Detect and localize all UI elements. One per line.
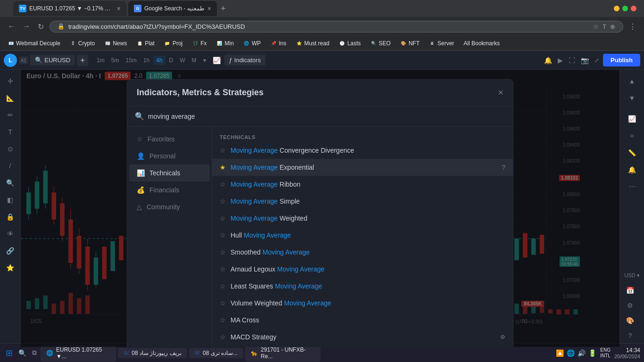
- star-wma[interactable]: ☆: [220, 214, 226, 222]
- tray-up-icon[interactable]: 🔼: [556, 349, 564, 357]
- crosshair-tool[interactable]: ✛: [3, 74, 18, 89]
- sidebar-cat-favorites[interactable]: ☆ Favorites: [129, 131, 210, 148]
- result-macd-strategy[interactable]: ☆ MACD Strategy ⚙: [212, 329, 513, 346]
- result-ribbon[interactable]: ☆ Moving Average Ribbon: [212, 176, 513, 193]
- magnet-tool[interactable]: 🔗: [3, 243, 18, 258]
- bell-right-icon[interactable]: 🔔: [625, 162, 640, 177]
- star-macross[interactable]: ☆: [220, 316, 226, 324]
- chart-up-icon[interactable]: 📈: [625, 111, 640, 126]
- tf-15m[interactable]: 15m: [123, 56, 140, 65]
- add-symbol-button[interactable]: +: [77, 55, 88, 66]
- bookmark-seo[interactable]: 🔍 SEO: [366, 39, 394, 48]
- ruler-right-icon[interactable]: 📏: [625, 145, 640, 160]
- result-wma[interactable]: ☆ Moving Average Weighted: [212, 210, 513, 227]
- bookmark-wp[interactable]: 🌐 WP: [239, 39, 264, 48]
- tf-D[interactable]: D: [166, 56, 176, 65]
- sidebar-cat-personal[interactable]: 👤 Personal: [129, 148, 210, 165]
- tray-volume-icon[interactable]: 🔊: [578, 349, 586, 357]
- bookmark-allbookmarks[interactable]: All Bookmarks: [460, 39, 504, 48]
- bookmark-mustread[interactable]: ⭐ Must read: [292, 39, 333, 48]
- tf-more[interactable]: ▾: [200, 56, 209, 65]
- address-text[interactable]: tradingview.com/chart/abao7tZU/?symbol=F…: [68, 23, 589, 30]
- draw-tool[interactable]: 📐: [3, 90, 18, 106]
- star-ema[interactable]: ★: [220, 164, 226, 171]
- tray-battery-icon[interactable]: 🔋: [588, 349, 596, 357]
- star-ribbon[interactable]: ☆: [220, 181, 226, 188]
- address-bar[interactable]: 🔒 tradingview.com/chart/abao7tZU/?symbol…: [50, 21, 623, 33]
- compare-icon[interactable]: ≈: [625, 128, 640, 143]
- extensions-button[interactable]: ⋮: [627, 20, 638, 33]
- calendar-icon[interactable]: 📅: [622, 283, 637, 298]
- new-tab-button[interactable]: +: [219, 4, 228, 14]
- tf-4h[interactable]: 4h: [153, 56, 165, 65]
- eye-tool[interactable]: 👁: [3, 226, 18, 241]
- result-lsma[interactable]: ☆ Least Squares Moving Average: [212, 278, 513, 295]
- taskbar-search[interactable]: 🔍: [17, 347, 28, 359]
- result-ema[interactable]: ★ Moving Average Exponential ?: [212, 159, 513, 176]
- bookmark-news[interactable]: 📰 News: [100, 39, 131, 48]
- more-right-icon[interactable]: ⋯: [625, 179, 640, 194]
- tab-close-tv[interactable]: ×: [117, 5, 121, 12]
- result-macross[interactable]: ☆ MA Cross: [212, 312, 513, 329]
- text-tool[interactable]: T: [3, 124, 18, 140]
- bookmark-ins[interactable]: 📌 Ins: [266, 39, 290, 48]
- nav-down-icon[interactable]: ▼: [625, 90, 640, 106]
- star-tool[interactable]: ⭐: [3, 260, 18, 275]
- bookmark-plat[interactable]: 📋 Plat: [132, 39, 158, 48]
- bookmark-proj[interactable]: 📁 Proj: [160, 39, 186, 48]
- line-tool[interactable]: /: [3, 158, 18, 173]
- paint-icon[interactable]: 🎨: [622, 313, 637, 328]
- star-alma[interactable]: ☆: [220, 265, 226, 273]
- indicators-button[interactable]: ƒ Indicators: [224, 55, 266, 66]
- help-ema[interactable]: ?: [502, 164, 505, 171]
- forward-button[interactable]: →: [21, 20, 32, 33]
- lock-tool[interactable]: 🔒: [3, 209, 18, 224]
- star-macd[interactable]: ☆: [220, 147, 226, 154]
- bookmark-min[interactable]: 📊 Min: [213, 39, 238, 48]
- fullscreen-button[interactable]: ⛶: [567, 55, 577, 66]
- result-vwma[interactable]: ☆ Volume Weighted Moving Average: [212, 295, 513, 312]
- taskbar-taskview[interactable]: ⧉: [30, 347, 39, 359]
- user-avatar[interactable]: L: [4, 54, 17, 67]
- tray-network-icon[interactable]: 🌐: [567, 349, 575, 357]
- circle-tool[interactable]: ⊙: [3, 141, 18, 156]
- bookmark-lasts[interactable]: 🕐 Lasts: [335, 39, 365, 48]
- sidebar-cat-technicals[interactable]: 📊 Technicals: [129, 165, 210, 181]
- start-button[interactable]: ⊞: [4, 346, 15, 360]
- indicator-search-input[interactable]: [148, 113, 505, 120]
- tab-close-google[interactable]: ×: [207, 5, 211, 12]
- layers-tool[interactable]: ◧: [3, 192, 18, 207]
- close-button[interactable]: [631, 6, 636, 11]
- sidebar-cat-financials[interactable]: 💰 Financials: [129, 181, 210, 198]
- tf-M[interactable]: M: [189, 56, 199, 65]
- bookmark-fx[interactable]: 💱 Fx: [188, 39, 210, 48]
- tf-1m[interactable]: 1m: [94, 56, 107, 65]
- zoom-tool[interactable]: 🔍: [3, 175, 18, 190]
- alert-button[interactable]: 🔔: [542, 55, 554, 66]
- settings-cog-icon[interactable]: ⚙: [622, 298, 637, 313]
- star-macd-strategy[interactable]: ☆: [220, 333, 226, 341]
- star-sma[interactable]: ☆: [220, 197, 226, 205]
- bookmark-server[interactable]: 🖥 Server: [425, 39, 458, 48]
- star-icon[interactable]: ☆: [593, 23, 599, 30]
- result-alma[interactable]: ☆ Arnaud Legoux Moving Average: [212, 261, 513, 278]
- minimize-button[interactable]: [614, 6, 619, 11]
- currency-dropdown[interactable]: USD ▾: [622, 268, 641, 283]
- bookmark-crypto[interactable]: ₿ Crypto: [66, 39, 99, 48]
- star-vwma[interactable]: ☆: [220, 299, 226, 307]
- refresh-button[interactable]: ↻: [36, 20, 46, 33]
- symbol-search-button[interactable]: 🔍 EURUSD: [30, 55, 75, 66]
- star-hma[interactable]: ☆: [220, 231, 226, 239]
- sidebar-cat-community[interactable]: △ Community: [129, 198, 210, 215]
- tab-tradingview[interactable]: TV EURUSD 1.07265 ▼ −0.17% EM... ×: [13, 1, 126, 16]
- result-hma[interactable]: ☆ Hull Moving Average: [212, 227, 513, 244]
- help-right-icon[interactable]: ?: [622, 328, 637, 343]
- pencil-tool[interactable]: ✏: [3, 107, 18, 123]
- result-sma[interactable]: ☆ Moving Average Simple: [212, 193, 513, 210]
- result-smma[interactable]: ☆ Smoothed Moving Average: [212, 244, 513, 261]
- publish-button[interactable]: Publish: [603, 54, 640, 66]
- extensions-icon[interactable]: ⊕: [610, 23, 615, 30]
- back-button[interactable]: ←: [6, 20, 17, 33]
- maximize-button[interactable]: [622, 6, 628, 11]
- screenshot-button[interactable]: 📷: [579, 55, 591, 66]
